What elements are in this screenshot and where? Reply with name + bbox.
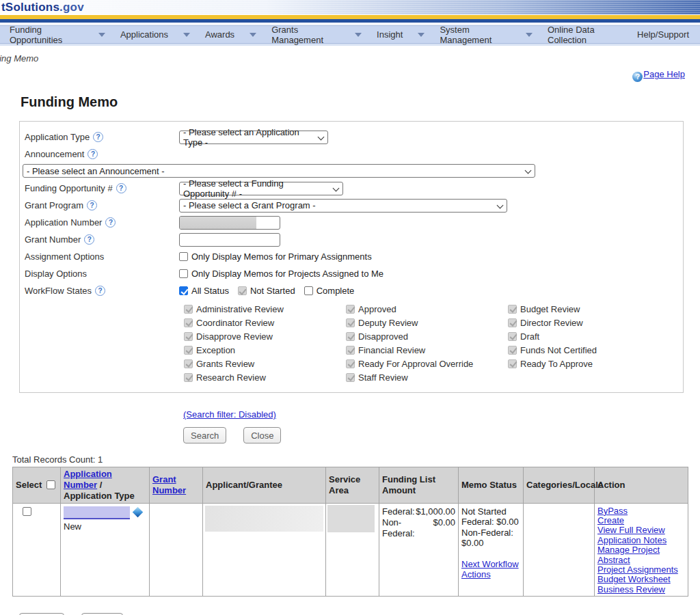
info-diamond-icon[interactable] (133, 506, 144, 517)
workflow-state-checkbox[interactable] (184, 332, 193, 341)
chevron-down-icon (525, 167, 532, 174)
all-status-checkbox[interactable] (179, 286, 188, 295)
help-question-icon[interactable]: ? (95, 286, 105, 296)
application-type-select[interactable]: - Please select an Application Type - (179, 131, 328, 144)
display-options-label-wrap: Display Options (25, 269, 179, 279)
action-project-assignments-link[interactable]: Project Assignments (597, 565, 685, 575)
chevron-down-icon[interactable] (355, 33, 362, 37)
projects-assigned-checkbox[interactable] (179, 269, 188, 278)
workflow-state-checkbox[interactable] (346, 305, 355, 314)
workflow-state-label: Disapprove Review (196, 331, 273, 342)
complete-checkbox[interactable] (304, 286, 313, 295)
select-all-checkbox[interactable] (46, 480, 55, 489)
workflow-state-checkbox[interactable] (508, 332, 517, 341)
row-select-checkbox[interactable] (23, 507, 31, 516)
workflow-state-checkbox[interactable] (184, 346, 193, 355)
application-number-link-redacted[interactable] (64, 506, 130, 519)
workflow-state-checkbox[interactable] (184, 373, 193, 382)
close-button[interactable]: Close (243, 427, 281, 443)
workflow-states-row: WorkFlow States ? All Status Not Started… (20, 282, 683, 299)
search-filter-link[interactable]: (Search filter: Disabled) (183, 409, 276, 420)
nav-system-management[interactable]: System Management (440, 25, 511, 45)
help-question-icon[interactable]: ? (93, 132, 103, 142)
nav-insight[interactable]: Insight (377, 29, 403, 40)
workflow-state-checkbox[interactable] (508, 359, 517, 368)
chevron-down-icon[interactable] (183, 33, 190, 37)
header-separator: / (97, 480, 102, 490)
page-help-link[interactable]: ?Page Help (632, 69, 685, 79)
nav-applications[interactable]: Applications (120, 29, 168, 40)
workflow-state-label: Approved (358, 304, 396, 314)
chevron-down-icon[interactable] (526, 33, 533, 37)
workflow-state: Draft (508, 331, 669, 342)
workflow-state-checkbox[interactable] (508, 318, 517, 327)
application-number-header: Application Number / Application Type (61, 467, 150, 504)
non-federal-label: Non-Federal: (382, 517, 433, 539)
workflow-state: Approved (346, 304, 508, 314)
workflow-state-checkbox[interactable] (346, 332, 355, 341)
page-help-row: ?Page Help (0, 69, 700, 82)
workflow-state: Director Review (508, 318, 669, 328)
workflow-states-label: WorkFlow States (25, 286, 92, 296)
workflow-state-checkbox[interactable] (346, 318, 355, 327)
chevron-down-icon (318, 133, 325, 140)
workflow-state: Budget Review (508, 304, 669, 314)
application-number-input-wrap (179, 216, 280, 230)
workflow-state-label: Ready For Approval Override (358, 359, 473, 369)
chevron-down-icon[interactable] (250, 33, 256, 37)
workflow-state-checkbox[interactable] (346, 346, 355, 355)
workflow-state-label: Coordinator Review (196, 318, 274, 328)
nav-help-support[interactable]: Help/Support (637, 29, 689, 40)
primary-assignments-checkbox[interactable] (179, 252, 188, 261)
workflow-state-checkbox[interactable] (184, 305, 193, 314)
help-question-icon[interactable]: ? (84, 234, 94, 245)
action-view-full-review-link[interactable]: View Full Review (597, 525, 685, 535)
announcement-label-row: Announcement ? (20, 146, 683, 163)
help-question-icon[interactable]: ? (88, 149, 98, 159)
workflow-state-checkbox[interactable] (508, 346, 517, 355)
grant-number-sort-link[interactable]: Grant Number (152, 474, 186, 495)
chevron-down-icon[interactable] (98, 33, 105, 37)
grant-program-select[interactable]: - Please select a Grant Program - (179, 199, 507, 213)
announcement-label: Announcement (25, 149, 84, 159)
action-manage-project-abstract-link[interactable]: Manage Project Abstract (597, 545, 685, 565)
next-workflow-actions-link[interactable]: Next Workflow Actions (461, 559, 520, 579)
complete-label: Complete (317, 286, 355, 296)
federal-amount: $1,000.00 (416, 506, 455, 517)
nav-grants-management[interactable]: Grants Management (271, 25, 340, 45)
action-business-review-link[interactable]: Business Review (597, 585, 685, 594)
action-budget-worksheet-link[interactable]: Budget Worksheet (597, 575, 685, 584)
action-cell: ByPass Create View Full Review Applicati… (595, 503, 688, 597)
nav-online-data-collection[interactable]: Online Data Collection (548, 25, 622, 45)
workflow-state: Exception (184, 345, 346, 355)
memo-status-line: Not Started (461, 506, 520, 517)
workflow-state-checkbox[interactable] (346, 373, 355, 382)
help-question-icon[interactable]: ? (105, 217, 116, 228)
funding-opportunity-row: Funding Opportunity # ? - Please select … (20, 180, 683, 197)
announcement-select-row: - Please select an Announcement - (20, 163, 683, 180)
redacted-value (180, 217, 256, 229)
workflow-state-checkbox[interactable] (184, 359, 193, 368)
nav-funding-opportunities[interactable]: Funding Opportunities (10, 25, 83, 45)
action-bypass-link[interactable]: ByPass (597, 506, 685, 516)
workflow-state-checkbox[interactable] (184, 318, 193, 327)
grant-number-input[interactable] (179, 233, 280, 247)
help-question-icon[interactable]: ? (87, 200, 97, 210)
application-number-sort-link[interactable]: Application Number (64, 469, 112, 490)
not-started-checkbox[interactable] (238, 286, 247, 295)
action-application-notes-link[interactable]: Application Notes (597, 536, 685, 545)
workflow-state-checkbox[interactable] (508, 305, 517, 314)
action-create-link[interactable]: Create (597, 516, 685, 525)
grant-number-header: Grant Number (150, 467, 203, 504)
help-question-icon[interactable]: ? (116, 183, 126, 193)
funding-opportunity-select[interactable]: - Please select a Funding Opportunity # … (179, 182, 343, 195)
page-help-label[interactable]: Page Help (643, 69, 685, 79)
announcement-select[interactable]: - Please select an Announcement - (23, 164, 535, 178)
redacted-service-area (327, 505, 375, 532)
chevron-down-icon[interactable] (418, 33, 425, 37)
application-number-label-wrap: Application Number ? (25, 217, 179, 228)
search-button[interactable]: Search (183, 427, 226, 443)
categories-locale-cell (524, 503, 595, 597)
nav-awards[interactable]: Awards (205, 29, 234, 40)
workflow-state-checkbox[interactable] (346, 359, 355, 368)
